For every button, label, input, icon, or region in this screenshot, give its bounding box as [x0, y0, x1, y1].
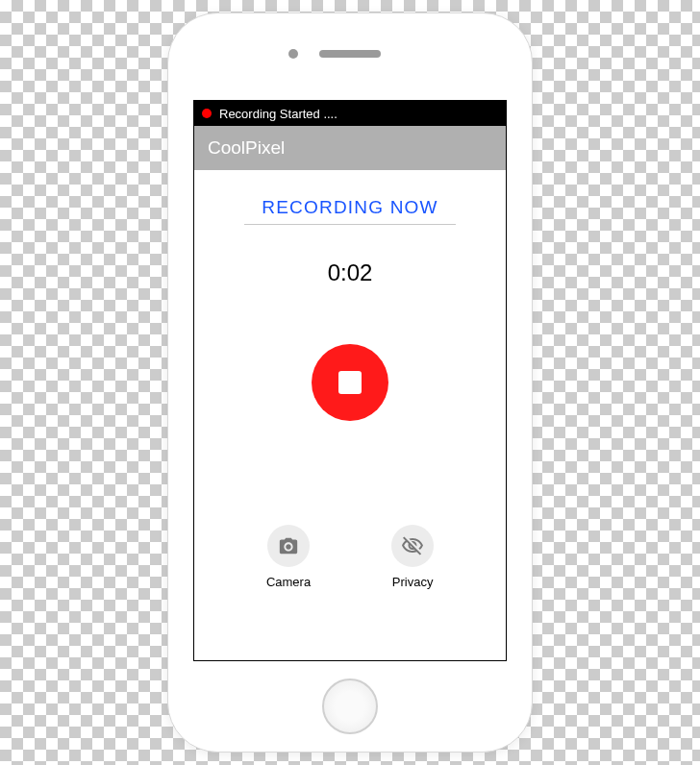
camera-action: Camera	[266, 525, 311, 589]
notification-text: Recording Started ....	[219, 107, 338, 121]
camera-button[interactable]	[267, 525, 310, 567]
privacy-button[interactable]	[391, 525, 434, 567]
eye-off-icon	[401, 534, 424, 557]
phone-frame: Recording Started .... CoolPixel RECORDI…	[167, 12, 533, 753]
privacy-action: Privacy	[391, 525, 434, 589]
app-title: CoolPixel	[208, 137, 285, 159]
phone-speaker	[319, 50, 381, 58]
camera-label: Camera	[266, 575, 311, 589]
notification-bar: Recording Started ....	[194, 101, 506, 126]
main-content: RECORDING NOW 0:02 Camera	[194, 170, 506, 660]
recording-timer: 0:02	[328, 259, 373, 286]
record-indicator-icon	[202, 109, 212, 118]
privacy-label: Privacy	[392, 575, 434, 589]
recording-status-label: RECORDING NOW	[244, 197, 456, 225]
front-camera-dot	[288, 49, 298, 59]
home-button[interactable]	[322, 679, 378, 734]
stop-recording-button[interactable]	[312, 344, 388, 421]
stop-icon	[338, 371, 362, 394]
camera-icon	[278, 535, 299, 556]
bottom-actions: Camera Privacy	[266, 525, 434, 589]
app-header: CoolPixel	[194, 126, 506, 170]
phone-screen: Recording Started .... CoolPixel RECORDI…	[193, 100, 507, 661]
